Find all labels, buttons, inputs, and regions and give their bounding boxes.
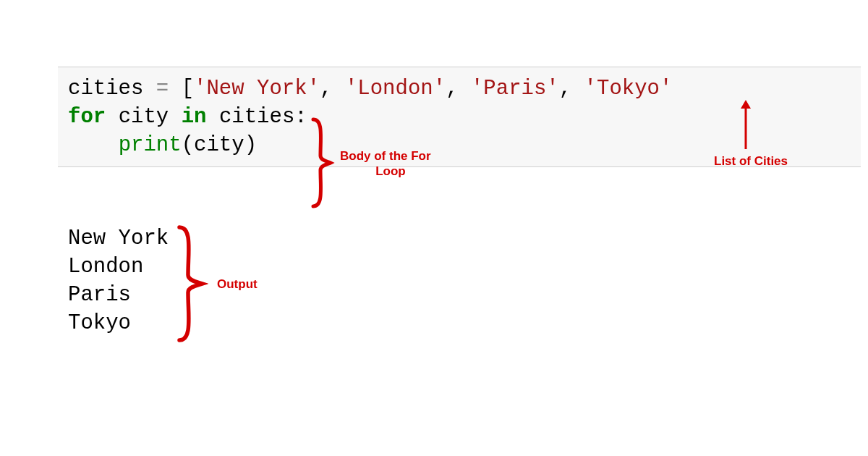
- code-line-1: cities = ['New York', 'London', 'Paris',…: [68, 75, 854, 103]
- comma-3: ,: [559, 77, 584, 101]
- code-line-2: for city in cities:: [68, 103, 854, 131]
- comma-2: ,: [446, 77, 471, 101]
- colon: :: [294, 105, 307, 129]
- annot-output: Output: [217, 276, 258, 292]
- arrow-up-icon: [739, 100, 753, 151]
- brace-output-icon: [174, 223, 208, 345]
- annot-list: List of Cities: [714, 153, 788, 169]
- space: [206, 105, 218, 129]
- bracket-open: [: [182, 77, 194, 101]
- annot-body: Body of the For Loop: [340, 148, 441, 180]
- arg-city: city: [194, 133, 244, 157]
- svg-marker-1: [741, 100, 751, 109]
- str-tokyo: 'Tokyo': [584, 77, 673, 101]
- kw-in: in: [182, 105, 207, 129]
- annot-body-l1: Body of the For: [340, 149, 431, 163]
- var-cities: cities: [68, 77, 143, 101]
- kw-for: for: [68, 105, 106, 129]
- iter-cities: cities: [219, 105, 294, 129]
- str-london: 'London': [345, 77, 446, 101]
- loop-var: city: [119, 105, 169, 129]
- str-new-york: 'New York': [194, 77, 320, 101]
- output-block: New York London Paris Tokyo: [68, 224, 169, 338]
- str-paris: 'Paris': [471, 77, 559, 101]
- paren-open: (: [182, 133, 194, 157]
- brace-body-icon: [307, 116, 336, 210]
- space: [106, 105, 118, 129]
- func-print: print: [119, 133, 182, 157]
- output-line-4: Tokyo: [68, 309, 169, 337]
- space: [169, 105, 181, 129]
- assign-op: =: [143, 77, 181, 101]
- output-line-1: New York: [68, 224, 169, 253]
- output-line-2: London: [68, 253, 169, 281]
- indent: [68, 133, 119, 157]
- paren-close: ): [244, 133, 257, 157]
- output-line-3: Paris: [68, 281, 169, 309]
- comma-1: ,: [320, 77, 345, 101]
- annot-body-l2: Loop: [340, 164, 441, 179]
